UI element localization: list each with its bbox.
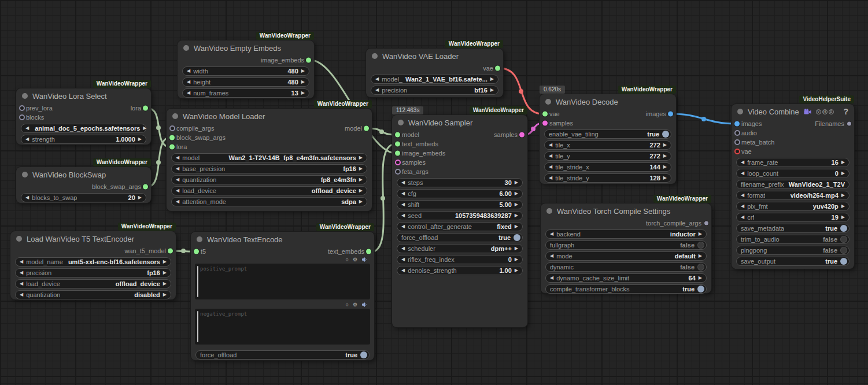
node-titlebar[interactable]: WanVideo Model Loader (167, 109, 372, 124)
input-port-text-embeds[interactable] (395, 142, 400, 147)
prev-arrow-icon[interactable]: ◀ (401, 246, 405, 251)
node-wanvideo-vae-loader[interactable]: WanVideoWrapper WanVideo VAE Loader vae … (366, 49, 503, 97)
widget-dynamic[interactable]: dynamic false (545, 262, 707, 272)
next-arrow-icon[interactable]: ▶ (138, 137, 142, 142)
toggle-knob[interactable] (840, 236, 847, 243)
toggle-knob[interactable] (840, 225, 847, 232)
prev-arrow-icon[interactable]: ◀ (176, 177, 179, 182)
toggle-knob[interactable] (840, 247, 847, 254)
widget-num-frames[interactable]: ◀ num_frames 13 ▶ (182, 88, 309, 98)
node-wanvideo-empty-embeds[interactable]: WanVideoWrapper WanVideo Empty Embeds im… (178, 40, 314, 98)
prev-arrow-icon[interactable]: ◀ (550, 254, 553, 258)
toggle-knob[interactable] (840, 258, 847, 265)
widget-model-name[interactable]: ◀ model_name Wan2_1_VAE_bf16.safete... ▶ (371, 75, 498, 84)
widget-trim-to-audio[interactable]: trim_to_audio false (736, 235, 849, 244)
collapse-dot-icon[interactable] (197, 236, 202, 242)
prev-arrow-icon[interactable]: ◀ (20, 293, 23, 297)
next-arrow-icon[interactable]: ▶ (515, 180, 518, 185)
node-wanvideo-lora-select[interactable]: WanVideoWrapper WanVideo Lora Select pre… (16, 88, 151, 145)
node-titlebar[interactable]: WanVideo BlockSwap (16, 167, 151, 182)
widget-compile-transformer-blocks[interactable]: compile_transformer_blocks true (545, 284, 707, 294)
prev-arrow-icon[interactable]: ◀ (741, 160, 744, 165)
widget-format[interactable]: ◀ format video/h264-mp4 ▶ (736, 191, 849, 200)
output-port-block-swap-args[interactable] (143, 184, 148, 190)
next-arrow-icon[interactable]: ▶ (163, 260, 167, 264)
output-port-image-embeds[interactable] (306, 58, 311, 63)
node-titlebar[interactable]: Load WanVideo T5 TextEncoder (10, 231, 176, 246)
input-port-meta-batch[interactable] (734, 139, 740, 145)
collapse-dot-icon[interactable] (398, 120, 404, 125)
next-arrow-icon[interactable]: ▶ (359, 177, 363, 182)
widget-loop-count[interactable]: ◀ loop_count 0 ▶ (736, 169, 849, 178)
widget-seed[interactable]: ◀ seed 1057359483639287 ▶ (397, 211, 523, 220)
widget-scheduler[interactable]: ◀ scheduler dpm++ ▶ (397, 244, 523, 253)
toggle-knob[interactable] (662, 131, 669, 138)
prev-arrow-icon[interactable]: ◀ (176, 188, 179, 193)
widget-enable-vae-tiling[interactable]: enable_vae_tiling true (544, 129, 671, 139)
input-port-vae[interactable] (542, 112, 548, 117)
widget-pix-fmt[interactable]: ◀ pix_fmt yuv420p ▶ (736, 202, 849, 211)
next-arrow-icon[interactable]: ▶ (359, 156, 363, 160)
widget-fullgraph[interactable]: fullgraph false (545, 240, 707, 250)
node-titlebar[interactable]: WanVideo Empty Embeds (178, 40, 314, 55)
next-arrow-icon[interactable]: ▶ (359, 199, 363, 204)
prev-arrow-icon[interactable]: ◀ (741, 215, 744, 220)
input-port-audio[interactable] (734, 130, 740, 136)
next-arrow-icon[interactable]: ▶ (515, 268, 518, 273)
next-arrow-icon[interactable]: ▶ (663, 165, 667, 169)
prev-arrow-icon[interactable]: ◀ (401, 268, 405, 273)
prev-arrow-icon[interactable]: ◀ (25, 195, 29, 200)
widget-backend[interactable]: ◀ backend inductor ▶ (545, 229, 707, 239)
next-arrow-icon[interactable]: ▶ (515, 213, 518, 218)
next-arrow-icon[interactable]: ▶ (490, 77, 494, 82)
toggle-knob[interactable] (514, 234, 520, 241)
node-wanvideo-torch-compile-settings[interactable]: WanVideoWrapper WanVideo Torch Compile S… (541, 203, 711, 293)
input-port-samples[interactable] (395, 160, 401, 165)
widget-quantization[interactable]: ◀ quantization disabled ▶ (15, 290, 171, 299)
next-arrow-icon[interactable]: ▶ (515, 246, 518, 251)
node-wanvideo-sampler[interactable]: 112.463s WanVideoWrapper WanVideo Sample… (392, 115, 527, 327)
next-arrow-icon[interactable]: ▶ (301, 80, 305, 84)
negative-prompt-input[interactable] (195, 309, 370, 345)
widget-strength[interactable]: ◀ strength 1.0000 ▶ (21, 135, 146, 144)
next-arrow-icon[interactable]: ▶ (841, 215, 845, 220)
circle-icon[interactable]: ○ (345, 302, 348, 308)
prev-arrow-icon[interactable]: ◀ (401, 224, 405, 229)
input-port-t5[interactable] (194, 249, 199, 254)
node-wanvideo-decode[interactable]: 0.620s WanVideoWrapper WanVideo Decode v… (540, 94, 676, 184)
prev-arrow-icon[interactable]: ◀ (20, 282, 23, 286)
prev-arrow-icon[interactable]: ◀ (401, 257, 405, 262)
prev-arrow-icon[interactable]: ◀ (549, 143, 552, 147)
output-port-lora[interactable] (143, 106, 148, 111)
widget-tile-x[interactable]: ◀ tile_x 272 ▶ (544, 140, 671, 150)
widget-lora[interactable]: ◀ lora animal_doc_5_epochs.safetensors ▶ (21, 124, 146, 133)
next-arrow-icon[interactable]: ▶ (301, 69, 305, 73)
input-port-model[interactable] (395, 132, 400, 138)
prev-arrow-icon[interactable]: ◀ (549, 165, 552, 169)
next-arrow-icon[interactable]: ▶ (699, 254, 702, 258)
widget-denoise-strength[interactable]: ◀ denoise_strength 1.00 ▶ (397, 266, 523, 275)
input-port-images[interactable] (734, 121, 740, 127)
output-port-filenames[interactable] (847, 122, 851, 126)
widget-tile-y[interactable]: ◀ tile_y 272 ▶ (544, 151, 671, 161)
next-arrow-icon[interactable]: ▶ (163, 293, 167, 297)
next-arrow-icon[interactable]: ▶ (163, 282, 167, 286)
prev-arrow-icon[interactable]: ◀ (176, 199, 179, 204)
widget-filename-prefix[interactable]: filename_prefix WanVideo2_1_T2V (736, 180, 849, 189)
output-port-images[interactable] (668, 112, 673, 117)
widget-save-output[interactable]: save_output true (736, 257, 849, 266)
output-port-model[interactable] (364, 126, 369, 131)
input-port-samples[interactable] (542, 121, 548, 126)
collapse-dot-icon[interactable] (737, 109, 743, 114)
collapse-dot-icon[interactable] (172, 113, 178, 119)
widget-pingpong[interactable]: pingpong false (736, 246, 849, 255)
node-wanvideo-textencode[interactable]: WanVideoWrapper WanVideo TextEncode t5 t… (191, 232, 374, 360)
node-titlebar[interactable]: WanVideo Sampler (392, 115, 527, 130)
next-arrow-icon[interactable]: ▶ (841, 193, 845, 198)
prev-arrow-icon[interactable]: ◀ (401, 180, 405, 185)
widget-load-device[interactable]: ◀ load_device offload_device ▶ (15, 279, 171, 288)
collapse-dot-icon[interactable] (22, 172, 28, 177)
widget-load-device[interactable]: ◀ load_device offload_device ▶ (171, 186, 367, 195)
output-port-vae[interactable] (495, 66, 500, 71)
widget-riflex-freq-index[interactable]: ◀ riflex_freq_index 0 ▶ (397, 255, 523, 264)
